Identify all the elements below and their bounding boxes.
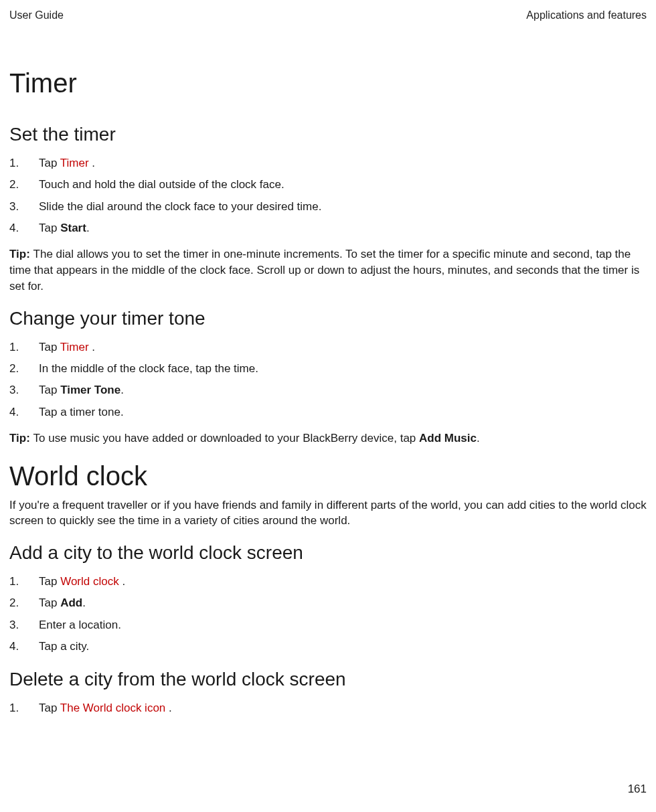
list-item: 4. Tap a timer tone.: [9, 404, 647, 421]
heading-delete-city: Delete a city from the world clock scree…: [9, 669, 647, 690]
step-number: 1.: [9, 155, 39, 172]
list-item: 3. Slide the dial around the clock face …: [9, 198, 647, 216]
step-text: Touch and hold the dial outside of the c…: [39, 176, 647, 193]
step-text: Tap Timer .: [39, 339, 647, 356]
heading-set-timer: Set the timer: [9, 124, 647, 145]
step-number: 3.: [9, 198, 39, 216]
ui-label: World clock: [60, 575, 119, 588]
page: User Guide Applications and features Tim…: [0, 0, 656, 812]
list-item: 2. Touch and hold the dial outside of th…: [9, 176, 647, 193]
set-timer-steps: 1. Tap Timer . 2. Touch and hold the dia…: [9, 155, 647, 237]
step-text: Tap Start.: [39, 220, 647, 237]
tip-text: The dial allows you to set the timer in …: [9, 248, 639, 293]
header-right: Applications and features: [526, 9, 647, 21]
heading-add-city: Add a city to the world clock screen: [9, 542, 647, 564]
list-item: 1. Tap Timer .: [9, 339, 647, 356]
heading-timer: Timer: [9, 68, 647, 98]
list-item: 4. Tap Start.: [9, 220, 647, 237]
ui-label: Timer: [60, 341, 89, 353]
ui-label: Timer Tone: [60, 384, 120, 396]
heading-change-tone: Change your timer tone: [9, 308, 647, 329]
list-item: 3. Enter a location.: [9, 617, 647, 634]
page-number: 161: [628, 783, 647, 796]
step-text: Slide the dial around the clock face to …: [39, 198, 647, 216]
step-number: 1.: [9, 339, 39, 356]
list-item: 2. Tap Add.: [9, 594, 647, 612]
heading-world-clock: World clock: [9, 461, 647, 491]
list-item: 4. Tap a city.: [9, 638, 647, 655]
tip-label: Tip:: [9, 248, 33, 260]
step-text: Tap a city.: [39, 638, 647, 655]
tip-paragraph: Tip: The dial allows you to set the time…: [9, 246, 647, 294]
add-city-steps: 1. Tap World clock . 2. Tap Add. 3. Ente…: [9, 573, 647, 655]
tip-label: Tip:: [9, 432, 33, 444]
step-number: 1.: [9, 573, 39, 590]
step-text: Tap Timer .: [39, 155, 647, 172]
world-clock-intro: If you're a frequent traveller or if you…: [9, 498, 647, 529]
step-number: 3.: [9, 617, 39, 634]
list-item: 2. In the middle of the clock face, tap …: [9, 360, 647, 378]
page-header: User Guide Applications and features: [9, 9, 647, 21]
list-item: 1. Tap Timer .: [9, 155, 647, 172]
ui-label: Add Music: [419, 432, 477, 444]
step-number: 2.: [9, 360, 39, 378]
step-text: Tap Timer Tone.: [39, 382, 647, 399]
step-text: Tap World clock .: [39, 573, 647, 590]
ui-label: The World clock icon: [60, 702, 165, 714]
header-left: User Guide: [9, 9, 64, 21]
ui-label: Start: [60, 222, 86, 234]
step-number: 1.: [9, 700, 39, 717]
list-item: 1. Tap World clock .: [9, 573, 647, 590]
step-number: 3.: [9, 382, 39, 399]
ui-label: Add: [60, 596, 82, 609]
ui-label: Timer: [60, 157, 89, 169]
step-text: Enter a location.: [39, 617, 647, 634]
tip-paragraph: Tip: To use music you have added or down…: [9, 430, 647, 446]
step-number: 2.: [9, 594, 39, 612]
step-number: 4.: [9, 220, 39, 237]
list-item: 1. Tap The World clock icon .: [9, 700, 647, 717]
step-text: In the middle of the clock face, tap the…: [39, 360, 647, 378]
change-tone-steps: 1. Tap Timer . 2. In the middle of the c…: [9, 339, 647, 421]
step-text: Tap The World clock icon .: [39, 700, 647, 717]
step-number: 2.: [9, 176, 39, 193]
step-number: 4.: [9, 638, 39, 655]
step-number: 4.: [9, 404, 39, 421]
step-text: Tap a timer tone.: [39, 404, 647, 421]
list-item: 3. Tap Timer Tone.: [9, 382, 647, 399]
step-text: Tap Add.: [39, 594, 647, 612]
delete-city-steps: 1. Tap The World clock icon .: [9, 700, 647, 717]
